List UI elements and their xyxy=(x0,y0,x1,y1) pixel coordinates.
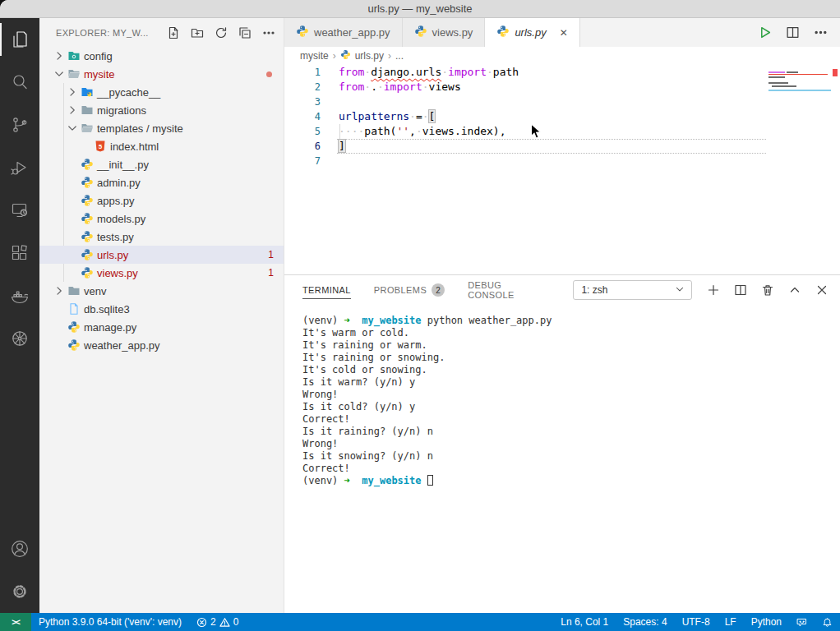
folder-python-icon xyxy=(79,85,95,99)
activity-bar-kubernetes[interactable] xyxy=(0,317,39,360)
python-file-icon xyxy=(340,49,351,62)
more-actions-button[interactable] xyxy=(814,25,828,39)
collapse-folders-button[interactable] xyxy=(238,26,252,39)
tab-close-icon[interactable]: ✕ xyxy=(560,27,568,39)
code-editor[interactable]: 1from·django.urls·import·path2from·.·imp… xyxy=(284,65,840,274)
tree-item-tests-py[interactable]: tests.py xyxy=(39,228,284,246)
maximize-panel-button[interactable] xyxy=(788,283,801,297)
python-icon xyxy=(79,212,95,225)
tree-item-manage-py[interactable]: manage.py xyxy=(39,318,284,336)
code-line-5[interactable]: 5····path('',·views.index), xyxy=(284,124,840,139)
remote-indicator[interactable]: >< xyxy=(0,613,31,631)
panel-tab-label: DEBUG CONSOLE xyxy=(468,280,550,300)
python-icon xyxy=(79,230,95,243)
source-control-icon xyxy=(10,115,30,135)
code-line-6[interactable]: 6] xyxy=(284,139,840,154)
tree-item-venv[interactable]: venv xyxy=(39,282,284,300)
tree-item-label: manage.py xyxy=(84,321,136,334)
panel-tab-label: TERMINAL xyxy=(302,285,351,295)
editor-tab-urls-py[interactable]: urls.py✕ xyxy=(485,18,579,47)
status-problems[interactable]: 20 xyxy=(189,613,246,631)
debug-icon xyxy=(10,158,30,177)
new-terminal-button[interactable] xyxy=(707,283,720,297)
close-panel-button[interactable] xyxy=(815,283,828,297)
tree-item--pycache-[interactable]: __pycache__ xyxy=(39,83,284,101)
terminal-shell-select[interactable]: 1: zsh xyxy=(573,280,692,300)
tree-item-templates-mysite[interactable]: templates / mysite xyxy=(39,119,284,137)
panel-tab-problems[interactable]: PROBLEMS2 xyxy=(374,275,445,305)
folder-open-icon xyxy=(66,67,82,81)
activity-bar-run-debug[interactable] xyxy=(0,146,39,189)
explorer-title: EXPLORER: MY_W... xyxy=(56,28,167,38)
tree-item-db-sqlite3[interactable]: db.sqlite3 xyxy=(39,300,284,318)
status-python-interpreter[interactable]: Python 3.9.0 64-bit ('venv': venv) xyxy=(31,613,189,631)
editor-tab-weather_app-py[interactable]: weather_app.py xyxy=(284,18,403,47)
status-language[interactable]: Python xyxy=(744,613,789,631)
new-file-button[interactable] xyxy=(167,26,180,39)
status-encoding[interactable]: UTF-8 xyxy=(675,613,718,631)
python-icon xyxy=(79,248,95,261)
python-file-icon xyxy=(414,25,427,40)
split-editor-button[interactable] xyxy=(786,25,800,39)
code-text xyxy=(321,154,339,168)
tree-item-label: apps.py xyxy=(97,195,135,207)
tree-item-admin-py[interactable]: admin.py xyxy=(39,173,284,191)
tree-item-weather-app-py[interactable]: weather_app.py xyxy=(39,336,284,354)
code-text: urlpatterns·=·[ xyxy=(321,109,435,124)
minimap[interactable] xyxy=(768,67,833,94)
feedback-button[interactable] xyxy=(789,613,815,631)
code-line-3[interactable]: 3 xyxy=(284,94,840,109)
terminal-line: It's warm or cold. xyxy=(302,327,840,339)
bottom-panel: TERMINALPROBLEMS2DEBUG CONSOLE 1: zsh (v… xyxy=(284,274,840,613)
breadcrumb-item[interactable]: ... xyxy=(395,50,404,62)
status-eol[interactable]: LF xyxy=(718,613,744,631)
activity-bar-accounts[interactable] xyxy=(0,527,39,570)
terminal-line: Wrong! xyxy=(302,438,840,450)
notifications-button[interactable] xyxy=(815,613,840,631)
python-icon xyxy=(79,158,95,171)
tree-item-views-py[interactable]: views.py1 xyxy=(39,264,284,282)
tree-item-urls-py[interactable]: urls.py1 xyxy=(39,246,284,264)
tree-item-label: models.py xyxy=(97,213,145,225)
activity-bar-extensions[interactable] xyxy=(0,232,39,274)
panel-tab-terminal[interactable]: TERMINAL xyxy=(302,275,351,305)
activity-bar-source-control[interactable] xyxy=(0,104,39,146)
editor-tab-views-py[interactable]: views.py xyxy=(403,18,486,47)
split-terminal-button[interactable] xyxy=(734,283,747,297)
activity-bar-explorer[interactable] xyxy=(0,18,39,61)
tree-item-label: urls.py xyxy=(97,249,128,261)
activity-bar-remote-explorer[interactable] xyxy=(0,189,39,232)
panel-tab-debug-console[interactable]: DEBUG CONSOLE xyxy=(468,275,550,305)
code-line-4[interactable]: 4urlpatterns·=·[ xyxy=(284,109,840,124)
breadcrumb-item[interactable]: mysite xyxy=(300,50,329,62)
status-indentation[interactable]: Spaces: 4 xyxy=(616,613,674,631)
status-cursor-position[interactable]: Ln 6, Col 1 xyxy=(553,613,616,631)
kill-terminal-button[interactable] xyxy=(761,283,774,297)
tree-item--init-py[interactable]: __init__.py xyxy=(39,155,284,173)
tree-item-apps-py[interactable]: apps.py xyxy=(39,191,284,210)
activity-bar-search[interactable] xyxy=(0,61,39,104)
terminal-output[interactable]: (venv) ➜ my_website python weather_app.p… xyxy=(284,305,840,613)
breadcrumb[interactable]: mysite›urls.py›... xyxy=(284,47,840,65)
chevron-right-icon xyxy=(53,49,66,62)
run-python-file-button[interactable] xyxy=(758,25,772,39)
activity-bar-settings[interactable] xyxy=(0,570,39,613)
files-icon xyxy=(10,30,30,49)
more-actions-button[interactable] xyxy=(262,26,275,39)
code-line-1[interactable]: 1from·django.urls·import·path xyxy=(284,65,840,80)
breadcrumb-item[interactable]: urls.py xyxy=(355,50,384,62)
activity-bar-docker[interactable] xyxy=(0,274,39,317)
vscode-window: urls.py — my_website EXPLORER: MY_W... c… xyxy=(0,0,840,631)
new-folder-button[interactable] xyxy=(191,26,204,39)
terminal-line: (venv) ➜ my_website xyxy=(302,475,840,487)
code-line-2[interactable]: 2from·.·import·views xyxy=(284,80,840,94)
tree-item-label: __init__.py xyxy=(97,159,149,171)
tree-item-config[interactable]: config xyxy=(39,47,284,65)
tree-item-migrations[interactable]: migrations xyxy=(39,101,284,119)
tree-item-models-py[interactable]: models.py xyxy=(39,210,284,228)
tree-item-mysite[interactable]: mysite xyxy=(39,65,284,83)
terminal-line: (venv) ➜ my_website python weather_app.p… xyxy=(302,315,840,327)
tree-item-index-html[interactable]: 5index.html xyxy=(39,137,284,155)
refresh-button[interactable] xyxy=(215,26,228,39)
code-line-7[interactable]: 7 xyxy=(284,154,840,168)
